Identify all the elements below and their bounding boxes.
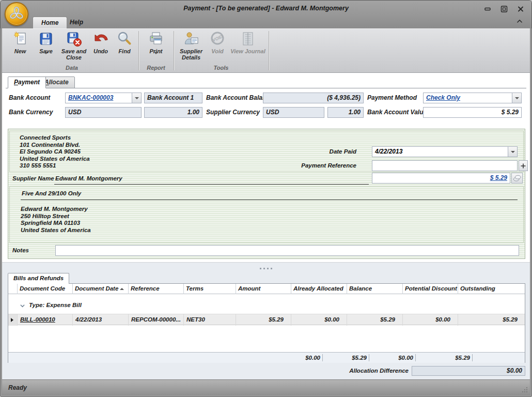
column-header-potential-discount[interactable]: Potential Discount: [403, 284, 458, 294]
cell-document-code[interactable]: BILL-000010: [18, 314, 73, 326]
print-button[interactable]: Print: [143, 30, 169, 60]
column-header-amount[interactable]: Amount: [236, 284, 291, 294]
payment-method-link[interactable]: Check Only: [426, 93, 460, 103]
undo-button-label: Undo: [90, 48, 112, 54]
bank-account-link[interactable]: BNKAC-000003: [68, 93, 113, 103]
group-separator: [174, 31, 174, 70]
close-button[interactable]: [514, 5, 527, 13]
void-icon: VOID: [209, 30, 226, 47]
supplier-details-button-label: Supplier Details: [178, 48, 205, 60]
column-header-balance[interactable]: Balance: [347, 284, 403, 294]
column-header-terms[interactable]: Terms: [184, 284, 236, 294]
column-header-reference[interactable]: Reference: [129, 284, 184, 294]
chevron-down-icon: [511, 151, 515, 153]
supplier-details-icon: [183, 30, 199, 47]
amount-words-underline: [21, 200, 518, 200]
bank-currency-field: USD: [65, 107, 142, 118]
cell-already-allocated: $0.00: [291, 314, 347, 326]
maximize-button[interactable]: [497, 5, 511, 13]
document-area: Payment Allocate Bank Account BNKAC-0000…: [2, 73, 530, 379]
cell-potential-discount: $0.00: [403, 314, 458, 326]
new-button[interactable]: New: [8, 30, 32, 54]
column-header-already-allocated[interactable]: Already Allocated: [291, 284, 347, 294]
supplier-details-button[interactable]: Supplier Details: [178, 30, 205, 60]
save-button[interactable]: Save: [34, 30, 58, 60]
cell-terms: NET30: [184, 314, 236, 326]
save-and-close-button[interactable]: Save and Close: [60, 30, 88, 60]
sort-ascending-icon: [120, 288, 124, 290]
new-button-label: New: [8, 48, 32, 54]
notes-label: Notes: [12, 245, 29, 256]
payee-address-line: 250 Hilltop Street: [21, 213, 91, 220]
supplier-currency-field: USD: [263, 107, 324, 118]
check-amount-field[interactable]: $ 5.29: [372, 173, 510, 184]
app-logo-icon[interactable]: [5, 2, 28, 26]
group-row-expense-bill[interactable]: Type: Expense Bill: [8, 301, 525, 311]
check-amount-link[interactable]: $ 5.29: [490, 174, 507, 181]
tab-bills-and-refunds[interactable]: Bills and Refunds: [8, 273, 69, 284]
void-button: VOID Void: [207, 30, 228, 54]
date-paid-combobox[interactable]: 4/22/2013: [372, 146, 518, 157]
allocations-panel: Bills and Refunds Document Code Document…: [2, 262, 530, 379]
grid-totals-row: $0.00 $5.29 $0.00 $5.29: [8, 352, 525, 363]
totals-divider: [415, 354, 416, 361]
table-row[interactable]: BILL-000010 4/22/2013 REPCOM-00000... NE…: [8, 314, 525, 325]
bank-account-value-field[interactable]: $ 5.29: [423, 107, 522, 118]
view-journal-button: View Journal: [230, 30, 265, 54]
company-address-block: Connected Sports 101 Continental Blvd. E…: [20, 134, 90, 170]
undo-button[interactable]: Undo: [90, 30, 112, 54]
plus-icon: [520, 163, 526, 169]
ribbon-group-data-label: Data: [8, 65, 135, 71]
view-journal-button-label: View Journal: [230, 48, 265, 54]
company-address-line: United States of America: [20, 156, 90, 163]
status-bar: Ready: [2, 379, 530, 395]
notes-field[interactable]: [55, 245, 519, 256]
undo-icon: [92, 30, 109, 47]
view-journal-icon: [240, 30, 256, 47]
save-and-close-icon: [66, 30, 82, 47]
group-separator: [138, 31, 139, 70]
find-button[interactable]: Find: [114, 30, 135, 54]
bank-account-combobox[interactable]: BNKAC-000003: [65, 93, 142, 103]
column-header-document-code[interactable]: Document Code: [18, 284, 73, 294]
total-already-allocated: $0.00: [279, 353, 320, 363]
save-and-close-button-label: Save and Close: [60, 48, 88, 60]
date-paid-value: 4/22/2013: [375, 147, 402, 157]
totals-divider: [369, 354, 369, 361]
chevron-down-icon: [20, 304, 25, 308]
collapse-ribbon-icon[interactable]: [515, 18, 524, 25]
row-indicator-cell: [8, 314, 18, 326]
splitter-handle[interactable]: [2, 268, 530, 269]
bank-account-balance-field: ($ 4,936.25): [263, 93, 364, 103]
cell-amount: $5.29: [236, 314, 291, 326]
payment-method-dropdown-button[interactable]: [512, 93, 521, 103]
cell-outstanding: $5.29: [458, 314, 525, 326]
minimize-button[interactable]: [481, 5, 494, 13]
payment-method-combobox[interactable]: Check Only: [423, 93, 522, 103]
tab-payment[interactable]: Payment: [8, 77, 46, 88]
current-row-arrow-icon: [11, 318, 13, 322]
add-payment-reference-button[interactable]: [519, 160, 528, 171]
payment-reference-field[interactable]: [372, 160, 518, 171]
minimize-icon: [483, 5, 492, 13]
supplier-name-underline: [54, 184, 369, 185]
maximize-icon: [499, 5, 509, 13]
date-paid-dropdown-button[interactable]: [508, 147, 517, 157]
status-text: Ready: [8, 383, 27, 393]
ribbon-tab-help[interactable]: Help: [61, 17, 91, 28]
find-icon: [116, 30, 133, 47]
resize-grip[interactable]: [522, 387, 528, 393]
currency-amount-button[interactable]: [511, 173, 523, 184]
cell-reference: REPCOM-00000...: [129, 314, 184, 326]
total-balance: $5.29: [325, 353, 367, 363]
window-title: Payment - [To be generated] - Edward M. …: [1, 5, 531, 12]
cell-balance: $5.29: [347, 314, 403, 326]
chevron-down-icon: [135, 97, 139, 99]
date-paid-label: Date Paid: [294, 146, 356, 157]
column-header-outstanding[interactable]: Outstanding: [458, 284, 525, 294]
amount-in-words: Five And 29/100 Only: [22, 188, 81, 199]
ribbon-toolbar: New Save Save and Close: [2, 28, 530, 73]
bill-link[interactable]: BILL-000010: [20, 316, 55, 323]
allocation-difference-field: $0.00: [412, 366, 525, 376]
bank-account-dropdown-button[interactable]: [132, 93, 141, 103]
